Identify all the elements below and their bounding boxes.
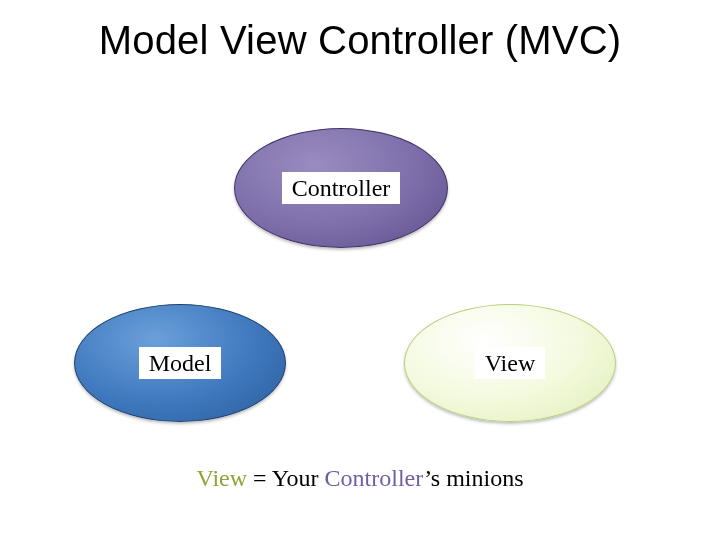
slide-title: Model View Controller (MVC) (0, 18, 720, 63)
view-node: View (404, 304, 616, 422)
slide-caption: View = Your Controller’s minions (0, 465, 720, 492)
controller-node: Controller (234, 128, 448, 248)
caption-view-word: View (196, 465, 247, 491)
caption-controller-word: Controller (325, 465, 425, 491)
model-label: Model (139, 347, 222, 380)
model-node: Model (74, 304, 286, 422)
caption-text-2: ’s minions (424, 465, 523, 491)
view-label: View (475, 347, 546, 380)
caption-text-1: = Your (247, 465, 325, 491)
controller-label: Controller (282, 172, 401, 205)
slide: Model View Controller (MVC) Controller M… (0, 0, 720, 540)
